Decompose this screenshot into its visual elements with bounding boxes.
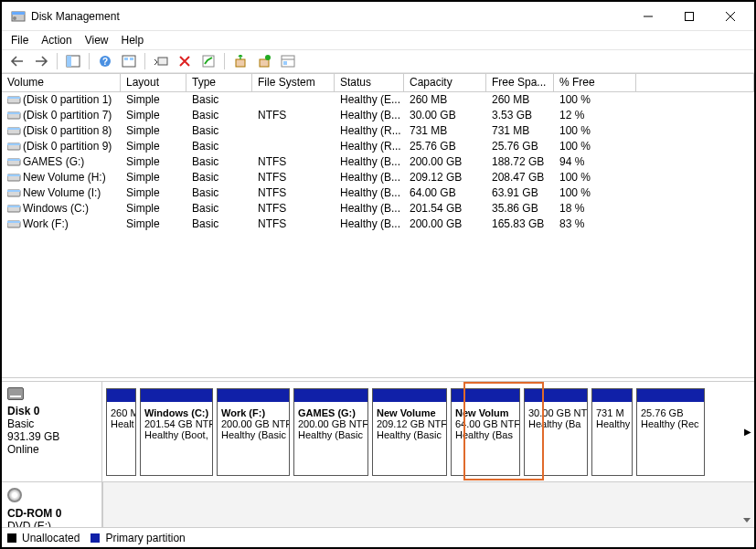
svg-rect-27 — [7, 128, 20, 130]
help-button[interactable]: ? — [95, 51, 115, 71]
volume-icon — [7, 202, 21, 211]
partition-status: Healthy (Bas — [455, 429, 516, 440]
partition-cap — [218, 389, 289, 402]
cell-capacity: 30.00 GB — [404, 108, 486, 123]
cell-volume: (Disk 0 partition 8) — [23, 124, 112, 137]
cell-pct: 94 % — [554, 154, 636, 170]
menu-file[interactable]: File — [11, 34, 28, 47]
volume-icon — [7, 186, 21, 195]
svg-rect-11 — [122, 56, 135, 67]
action2-button[interactable] — [254, 51, 274, 71]
partition-box[interactable]: New Volume209.12 GB NTFSHealthy (Basic — [372, 388, 447, 476]
table-row[interactable]: (Disk 0 partition 7)SimpleBasicNTFSHealt… — [2, 108, 754, 123]
cell-fs: NTFS — [252, 154, 335, 170]
disk-0-info[interactable]: Disk 0 Basic 931.39 GB Online — [2, 382, 102, 481]
cell-pct: 12 % — [554, 108, 636, 123]
partition-box[interactable]: New Volum64.00 GB NTFSHealthy (Bas — [451, 388, 520, 476]
disk-0-size: 931.39 GB — [7, 430, 96, 443]
cell-volume: Work (F:) — [23, 217, 69, 230]
refresh-button[interactable] — [151, 51, 171, 71]
cell-capacity: 200.00 GB — [404, 216, 486, 232]
partition-box[interactable]: GAMES (G:)200.00 GB NTFSHealthy (Basic — [293, 388, 368, 476]
window: Disk Management File Action View Help ? — [0, 0, 756, 549]
menu-view[interactable]: View — [85, 34, 109, 47]
action3-button[interactable] — [278, 51, 298, 71]
scroll-right-icon[interactable]: ▶ — [741, 382, 754, 481]
svg-rect-23 — [7, 97, 20, 99]
cdrom-info[interactable]: CD-ROM 0 DVD (E:) No Media — [2, 482, 102, 527]
table-row[interactable]: New Volume (H:)SimpleBasicNTFSHealthy (B… — [2, 170, 754, 185]
delete-button[interactable] — [175, 51, 195, 71]
col-layout[interactable]: Layout — [121, 74, 186, 91]
back-button[interactable] — [7, 51, 27, 71]
col-status[interactable]: Status — [335, 74, 404, 91]
cell-fs: NTFS — [252, 170, 335, 185]
col-volume[interactable]: Volume — [2, 74, 121, 91]
partition-box[interactable]: Windows (C:)201.54 GB NTFSHealthy (Boot, — [140, 388, 213, 476]
volume-icon — [7, 109, 21, 118]
cell-pct: 83 % — [554, 216, 636, 232]
cell-layout: Simple — [121, 154, 186, 170]
svg-point-18 — [265, 55, 271, 60]
table-row[interactable]: GAMES (G:)SimpleBasicNTFSHealthy (B...20… — [2, 154, 754, 170]
partition-cap — [592, 389, 632, 402]
col-pctfree[interactable]: % Free — [554, 74, 636, 91]
partition-box[interactable]: Work (F:)200.00 GB NTFSHealthy (Basic — [217, 388, 290, 476]
partition-box[interactable]: 30.00 GB NTFSHealthy (Ba — [524, 388, 588, 476]
partition-box[interactable]: 731 MHealthy — [591, 388, 633, 476]
cell-volume: New Volume (I:) — [23, 186, 101, 199]
close-button[interactable] — [709, 4, 751, 29]
col-type[interactable]: Type — [186, 74, 252, 91]
partition-size: 200.00 GB NTFS — [221, 418, 285, 429]
partition-name: GAMES (G:) — [298, 407, 364, 418]
cell-volume: (Disk 0 partition 7) — [23, 109, 112, 121]
maximize-button[interactable] — [668, 4, 709, 29]
partition-cap — [107, 389, 135, 402]
svg-rect-35 — [7, 190, 20, 192]
table-row[interactable]: (Disk 0 partition 9)SimpleBasicHealthy (… — [2, 139, 754, 154]
partition-size: 201.54 GB NTFS — [144, 418, 208, 429]
svg-rect-39 — [7, 221, 20, 223]
table-row[interactable]: (Disk 0 partition 1)SimpleBasicHealthy (… — [2, 92, 754, 108]
action1-button[interactable] — [230, 51, 250, 71]
col-filesystem[interactable]: File System — [252, 74, 335, 91]
disk-icon — [7, 387, 24, 400]
svg-rect-25 — [7, 112, 20, 114]
cell-free: 260 MB — [486, 92, 554, 108]
partition-box[interactable]: 25.76 GBHealthy (Rec — [636, 388, 705, 476]
cell-type: Basic — [186, 108, 252, 123]
cell-free: 3.53 GB — [486, 108, 554, 123]
partition-status: Healthy (Basic — [221, 429, 285, 440]
partition-size: 260 M — [111, 407, 132, 418]
cell-free: 25.76 GB — [486, 139, 554, 154]
svg-rect-37 — [7, 206, 20, 207]
cell-layout: Simple — [121, 170, 186, 185]
cell-free: 208.47 GB — [486, 170, 554, 185]
col-capacity[interactable]: Capacity — [404, 74, 486, 91]
col-freespace[interactable]: Free Spa... — [486, 74, 554, 91]
cell-volume: New Volume (H:) — [23, 171, 106, 184]
cell-fs: NTFS — [252, 216, 335, 232]
cell-type: Basic — [186, 139, 252, 154]
table-row[interactable]: Windows (C:)SimpleBasicNTFSHealthy (B...… — [2, 201, 754, 216]
partition-status: Healthy (Ba — [528, 418, 583, 429]
svg-rect-17 — [260, 59, 269, 67]
options-button[interactable] — [119, 51, 139, 71]
cell-status: Healthy (B... — [335, 185, 404, 201]
partition-box[interactable]: 260 MHealt — [106, 388, 136, 476]
partition-status: Healt — [111, 418, 132, 429]
table-row[interactable]: Work (F:)SimpleBasicNTFSHealthy (B...200… — [2, 216, 754, 232]
menu-action[interactable]: Action — [41, 34, 71, 47]
properties-button[interactable] — [198, 51, 218, 71]
minimize-button[interactable] — [627, 4, 668, 29]
menu-help[interactable]: Help — [122, 34, 144, 47]
table-row[interactable]: (Disk 0 partition 8)SimpleBasicHealthy (… — [2, 123, 754, 139]
partition-size: 64.00 GB NTFS — [455, 418, 516, 429]
scroll-down-icon[interactable] — [740, 512, 754, 527]
show-hide-console-tree-button[interactable] — [63, 51, 83, 71]
cell-pct: 100 % — [554, 139, 636, 154]
partition-size: 731 M — [596, 407, 628, 418]
table-row[interactable]: New Volume (I:)SimpleBasicNTFSHealthy (B… — [2, 185, 754, 201]
partition-name: Windows (C:) — [144, 407, 208, 418]
forward-button[interactable] — [31, 51, 51, 71]
